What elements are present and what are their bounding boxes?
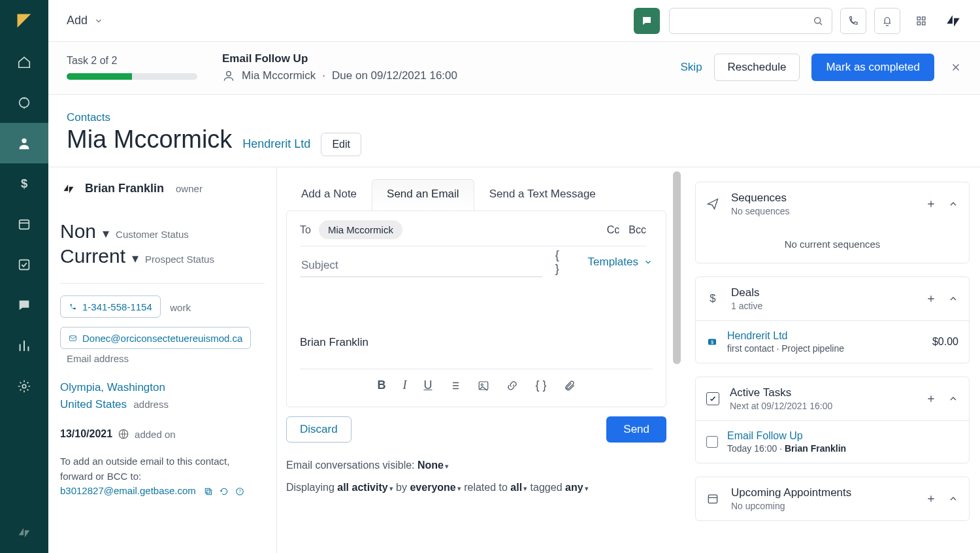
signature: Brian Franklin xyxy=(300,336,368,348)
tab-add-note[interactable]: Add a Note xyxy=(286,179,372,210)
mark-completed-button[interactable]: Mark as completed xyxy=(811,54,934,81)
prospect-status-value[interactable]: Current xyxy=(60,245,125,267)
skip-link[interactable]: Skip xyxy=(681,61,702,74)
deal-row[interactable]: $ Hendrerit Ltd first contact · Project … xyxy=(696,320,969,363)
bold-icon[interactable]: B xyxy=(377,378,385,392)
search-icon xyxy=(812,15,824,27)
nav-deals[interactable]: $ xyxy=(0,163,48,204)
svg-rect-9 xyxy=(917,17,921,20)
svg-point-13 xyxy=(227,71,231,76)
tab-send-email[interactable]: Send an Email xyxy=(372,179,474,210)
nav-home[interactable] xyxy=(0,42,48,82)
owner-role: owner xyxy=(176,183,203,194)
check-icon xyxy=(706,392,719,405)
calendar-icon xyxy=(706,492,721,505)
collapse-icon[interactable] xyxy=(948,494,958,504)
body: Brian Franklin owner Non ▾ Customer Stat… xyxy=(48,167,980,553)
task-title: Email Follow Up xyxy=(222,52,457,65)
email-label: Email address xyxy=(67,353,129,364)
right-panel: Sequences No sequences No current sequen… xyxy=(685,167,980,553)
close-task-icon[interactable] xyxy=(950,61,962,73)
nav-zendesk-icon[interactable] xyxy=(0,512,48,553)
sidenav: $ xyxy=(0,0,48,553)
filter-related[interactable]: all xyxy=(510,482,522,493)
card-sub: Next at 09/12/2021 16:00 xyxy=(730,401,915,411)
add-appt-icon[interactable] xyxy=(926,494,936,504)
scrollbar[interactable] xyxy=(673,171,681,364)
svg-point-3 xyxy=(22,139,26,143)
add-deal-icon[interactable] xyxy=(926,293,936,304)
edit-button[interactable]: Edit xyxy=(321,133,361,156)
link-icon[interactable] xyxy=(506,380,518,392)
cc-toggle[interactable]: Cc xyxy=(607,224,620,236)
task-progress: Task 2 of 2 xyxy=(67,55,204,80)
collapse-icon[interactable] xyxy=(948,394,958,404)
mail-icon xyxy=(69,334,77,343)
nav-tasks[interactable] xyxy=(0,244,48,285)
add-task-icon[interactable] xyxy=(926,394,936,404)
filter-tag[interactable]: any xyxy=(565,482,583,493)
copy-icon[interactable] xyxy=(204,487,213,496)
nav-chat[interactable] xyxy=(0,285,48,326)
chat-widget[interactable] xyxy=(634,8,660,34)
filter-activity[interactable]: all activity xyxy=(337,482,387,493)
collapse-icon[interactable] xyxy=(948,199,958,209)
nav-contacts[interactable] xyxy=(0,123,48,163)
card-sub: 1 active xyxy=(731,301,915,311)
merge-tags-icon[interactable]: { } xyxy=(555,248,566,276)
location-city[interactable]: Olympia, Washington xyxy=(60,379,265,396)
visibility-value[interactable]: None xyxy=(417,460,444,471)
search-input[interactable] xyxy=(669,8,832,34)
add-sequence-icon[interactable] xyxy=(926,199,936,209)
task-checkbox[interactable] xyxy=(706,436,718,448)
phone-label: work xyxy=(170,302,191,313)
nav-reports[interactable] xyxy=(0,326,48,366)
bcc-note: To add an outside email to this contact,… xyxy=(60,454,265,499)
bcc-toggle[interactable]: Bcc xyxy=(629,224,646,236)
send-button[interactable]: Send xyxy=(606,416,666,443)
help-icon[interactable]: ? xyxy=(235,487,244,496)
phone-chip[interactable]: 1-341-558-1154 xyxy=(60,295,161,318)
deal-amount: $0.00 xyxy=(932,336,958,348)
subject-input[interactable] xyxy=(300,258,542,273)
notifications-button[interactable] xyxy=(874,8,900,34)
caret-down-icon[interactable]: ▾ xyxy=(103,226,109,241)
list-icon[interactable] xyxy=(449,380,461,392)
collapse-icon[interactable] xyxy=(948,293,958,304)
task-row[interactable]: Email Follow Up Today 16:00 · Brian Fran… xyxy=(696,420,969,463)
task-banner: Task 2 of 2 Email Follow Up Mia Mccormic… xyxy=(48,42,980,95)
card-sequences: Sequences No sequences No current sequen… xyxy=(695,182,970,263)
discard-button[interactable]: Discard xyxy=(286,416,351,443)
contact-company[interactable]: Hendrerit Ltd xyxy=(242,137,310,151)
call-button[interactable] xyxy=(840,8,866,34)
filter-who[interactable]: everyone xyxy=(410,482,455,493)
customer-status-value[interactable]: Non xyxy=(60,220,96,243)
add-menu[interactable]: Add xyxy=(67,14,103,27)
to-recipient-chip[interactable]: Mia Mccormick xyxy=(319,220,402,239)
compose-tabs: Add a Note Send an Email Send a Text Mes… xyxy=(286,179,685,210)
chevron-down-icon xyxy=(644,258,653,267)
caret-down-icon[interactable]: ▾ xyxy=(132,250,139,266)
breadcrumb[interactable]: Contacts xyxy=(67,111,962,124)
deal-sub: first contact · Project pipeline xyxy=(727,343,923,354)
merge-tag-icon[interactable]: { } xyxy=(535,378,546,392)
bcc-email[interactable]: b3012827@email.getbase.com xyxy=(60,485,196,496)
attachment-icon[interactable] xyxy=(564,380,576,392)
tab-send-sms[interactable]: Send a Text Message xyxy=(474,179,611,210)
email-visibility-filter: Email conversations visible: None▾ xyxy=(286,460,685,471)
apps-button[interactable] xyxy=(908,8,934,34)
reschedule-button[interactable]: Reschedule xyxy=(714,54,800,81)
email-body[interactable]: Brian Franklin xyxy=(300,277,653,369)
nav-settings[interactable] xyxy=(0,366,48,407)
to-label: To xyxy=(300,224,311,236)
image-icon[interactable] xyxy=(478,380,489,392)
refresh-icon[interactable] xyxy=(220,487,229,496)
nav-record[interactable] xyxy=(0,82,48,123)
dollar-icon: $ xyxy=(706,292,721,305)
italic-icon[interactable]: I xyxy=(402,378,406,392)
nav-calendar[interactable] xyxy=(0,204,48,244)
underline-icon[interactable]: U xyxy=(423,378,432,392)
email-chip[interactable]: Donec@orciconsectetuereuismod.ca xyxy=(60,327,251,349)
location-country[interactable]: United States xyxy=(60,398,127,411)
templates-dropdown[interactable]: Templates xyxy=(588,256,653,269)
